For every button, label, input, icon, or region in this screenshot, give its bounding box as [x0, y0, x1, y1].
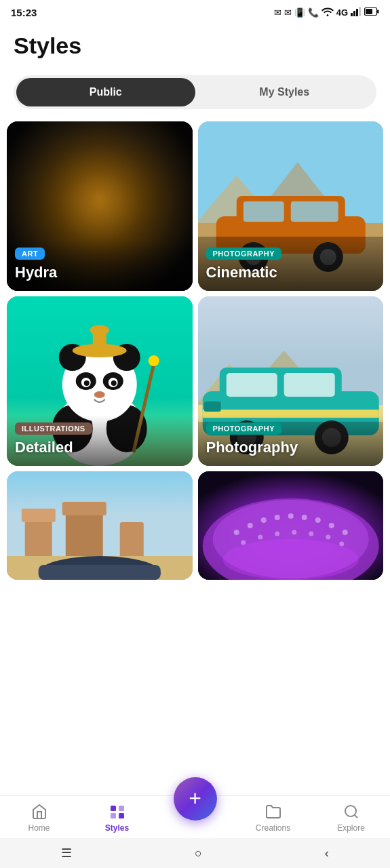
- nav-item-creations[interactable]: Creations: [234, 803, 312, 833]
- vibrate-icon: 📳: [294, 7, 305, 18]
- email-icon2: ✉: [284, 7, 292, 18]
- svg-point-76: [258, 535, 262, 540]
- styles-icon: [109, 803, 126, 821]
- card-overlay: ILLUSTRATIONS Detailed: [7, 415, 193, 466]
- android-back-btn[interactable]: ‹: [311, 841, 343, 866]
- styles-grid: ART Hydra: [0, 121, 390, 580]
- svg-point-36: [90, 325, 109, 336]
- style-title-detailed: Detailed: [15, 439, 184, 456]
- status-icons: ✉ ✉ 📳 📞 4G: [274, 7, 379, 18]
- svg-point-67: [247, 523, 252, 528]
- network-label: 4G: [336, 7, 348, 18]
- page-title: Styles: [14, 33, 376, 59]
- svg-point-77: [275, 532, 279, 536]
- svg-point-32: [111, 380, 117, 386]
- status-bar: 15:23 ✉ ✉ 📳 📞 4G: [0, 0, 390, 24]
- svg-rect-86: [119, 813, 124, 818]
- svg-rect-46: [284, 373, 334, 397]
- style-title-cinematic: Cinematic: [206, 264, 376, 281]
- category-badge-art: ART: [15, 248, 45, 260]
- svg-rect-3: [359, 7, 361, 16]
- svg-rect-1: [353, 11, 355, 16]
- svg-point-78: [292, 530, 296, 535]
- svg-rect-83: [111, 806, 116, 811]
- nav-item-explore[interactable]: Explore: [312, 803, 390, 833]
- android-home-btn[interactable]: ○: [181, 841, 216, 866]
- category-badge-photography2: PHOTOGRAPHY: [206, 422, 281, 435]
- email-icon1: ✉: [274, 7, 281, 18]
- svg-rect-62: [39, 565, 161, 580]
- svg-rect-84: [119, 806, 124, 811]
- tab-toggle: Public My Styles: [14, 75, 376, 109]
- svg-rect-56: [22, 509, 56, 522]
- style-card-desert[interactable]: [7, 471, 193, 580]
- tab-public[interactable]: Public: [16, 78, 195, 106]
- category-badge-photography: PHOTOGRAPHY: [206, 248, 281, 260]
- status-time: 15:23: [11, 7, 37, 18]
- svg-point-70: [288, 513, 293, 519]
- style-card-cinematic[interactable]: PHOTOGRAPHY Cinematic: [198, 121, 384, 291]
- create-fab-button[interactable]: +: [174, 777, 217, 821]
- svg-point-82: [222, 539, 358, 580]
- svg-point-87: [345, 806, 356, 816]
- wifi-icon: [321, 7, 334, 18]
- style-card-photography[interactable]: PHOTOGRAPHY Photography: [198, 296, 384, 466]
- style-card-detailed[interactable]: ILLUSTRATIONS Detailed: [7, 296, 193, 466]
- nav-label-explore: Explore: [337, 823, 365, 833]
- android-nav-bar: ☰ ○ ‹: [0, 838, 390, 868]
- nav-label-creations: Creations: [256, 823, 290, 833]
- svg-point-31: [84, 380, 90, 386]
- svg-point-73: [328, 523, 334, 528]
- card-overlay: PHOTOGRAPHY Photography: [198, 415, 384, 466]
- style-card-hydra[interactable]: ART Hydra: [7, 121, 193, 291]
- android-menu-btn[interactable]: ☰: [47, 840, 85, 866]
- call-icon: 📞: [308, 7, 319, 18]
- nav-label-styles: Styles: [105, 823, 129, 833]
- category-badge-illustrations: ILLUSTRATIONS: [15, 422, 92, 435]
- svg-point-68: [260, 517, 266, 523]
- main-content: ART Hydra: [0, 121, 390, 668]
- svg-line-88: [354, 815, 357, 818]
- creations-icon: [265, 803, 282, 821]
- tab-my-styles[interactable]: My Styles: [195, 78, 374, 106]
- card-overlay: ART Hydra: [7, 240, 193, 291]
- svg-rect-45: [226, 373, 277, 397]
- explore-icon: [343, 803, 360, 821]
- style-title-hydra: Hydra: [15, 264, 184, 281]
- style-card-purple[interactable]: [198, 471, 384, 580]
- svg-point-72: [315, 517, 320, 523]
- svg-point-69: [274, 515, 279, 520]
- svg-point-33: [94, 391, 105, 398]
- nav-item-home[interactable]: Home: [0, 803, 78, 833]
- svg-rect-14: [290, 201, 338, 222]
- svg-rect-6: [377, 9, 379, 13]
- header: Styles: [0, 24, 390, 66]
- svg-rect-13: [243, 201, 284, 222]
- signal-icon: [351, 7, 362, 18]
- home-icon: [31, 803, 48, 821]
- svg-rect-2: [356, 9, 358, 16]
- nav-label-home: Home: [28, 823, 50, 833]
- svg-point-75: [241, 540, 246, 545]
- svg-rect-58: [62, 502, 106, 515]
- svg-point-71: [301, 515, 307, 520]
- svg-rect-5: [366, 9, 372, 14]
- svg-point-38: [149, 355, 159, 366]
- svg-rect-52: [203, 401, 220, 412]
- svg-point-79: [309, 532, 313, 536]
- nav-item-styles[interactable]: Styles: [78, 803, 156, 833]
- svg-rect-0: [351, 13, 353, 16]
- style-title-photography: Photography: [206, 439, 376, 456]
- card-overlay: PHOTOGRAPHY Cinematic: [198, 240, 384, 291]
- plus-icon: +: [189, 787, 201, 809]
- svg-point-66: [233, 530, 239, 535]
- battery-icon: [364, 7, 379, 18]
- svg-point-80: [326, 535, 330, 540]
- fab-container: +: [174, 777, 217, 821]
- svg-rect-85: [111, 813, 116, 818]
- svg-point-74: [342, 530, 347, 535]
